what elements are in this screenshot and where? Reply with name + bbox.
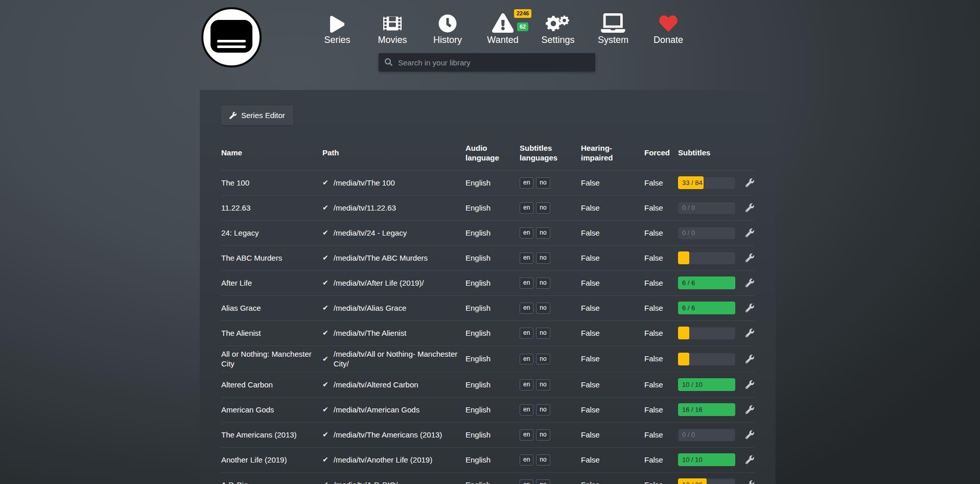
series-name-link[interactable]: American Gods (221, 405, 322, 415)
language-badge: no (536, 404, 550, 415)
language-badge: en (520, 379, 533, 390)
wrench-icon[interactable] (745, 178, 754, 187)
series-path-text: /media/tv/24 - Legacy (334, 228, 407, 238)
header-subtitles: Subtitles (678, 148, 744, 158)
series-editor-button[interactable]: Series Editor (221, 105, 293, 125)
series-name-link[interactable]: The Alienist (221, 328, 322, 338)
table-row: The ABC Murders ✔ /media/tv/The ABC Murd… (221, 245, 754, 270)
series-name-link[interactable]: 11.22.63 (221, 203, 322, 213)
check-icon: ✔ (322, 405, 329, 414)
series-path-text: /media/tv/11.22.63 (334, 203, 396, 213)
series-name-link[interactable]: Another Life (2019) (221, 455, 322, 465)
language-badge: en (520, 429, 533, 440)
series-name-link[interactable]: The Americans (2013) (221, 430, 322, 440)
subtitles-languages-badges: enno (520, 252, 581, 263)
check-icon: ✔ (322, 328, 329, 337)
subtitles-languages-badges: enno (520, 277, 581, 288)
series-name-link[interactable]: The 100 (221, 178, 322, 188)
series-path-text: /media/tv/A.P. BIO/ (334, 480, 398, 484)
nav-item-history[interactable]: History (423, 9, 472, 45)
wrench-icon[interactable] (745, 203, 754, 212)
subtitles-languages-badges: enno (520, 327, 581, 338)
language-badge: en (520, 404, 533, 415)
bazarr-logo[interactable] (201, 7, 262, 67)
wrench-icon[interactable] (745, 279, 754, 287)
subtitles-progress-bar: 13 / 26 (678, 478, 735, 484)
subtitles-languages-badges: enno (520, 429, 581, 440)
wrench-icon[interactable] (745, 405, 754, 414)
series-path: ✔ /media/tv/All or Nothing- Manchester C… (322, 349, 465, 369)
search-input[interactable] (397, 53, 591, 72)
hearing-impaired-value: False (581, 253, 644, 263)
series-name-link[interactable]: 24: Legacy (221, 228, 322, 238)
forced-value: False (644, 480, 678, 484)
subtitles-languages-badges: enno (520, 454, 581, 465)
nav-item-wanted[interactable]: 2246 62 Wanted (478, 9, 527, 45)
series-name-link[interactable]: The ABC Murders (221, 253, 322, 263)
wrench-icon[interactable] (745, 253, 754, 262)
check-icon: ✔ (322, 354, 329, 363)
hearing-impaired-value: False (581, 303, 644, 313)
header-audio-language: Audio language (465, 144, 520, 163)
series-path: ✔ /media/tv/Altered Carbon (322, 380, 465, 390)
series-name-link[interactable]: All or Nothing: Manchester City (221, 349, 322, 369)
audio-language-value: English (465, 455, 520, 465)
main-nav: Series Movies History 2246 62 (313, 9, 693, 45)
subtitles-progress-bar: 10 / 10 (678, 453, 735, 466)
nav-item-system[interactable]: System (589, 9, 638, 45)
check-icon: ✔ (322, 480, 329, 484)
series-path-text: /media/tv/The 100 (334, 178, 395, 188)
wrench-icon[interactable] (745, 329, 754, 337)
series-path-text: /media/tv/The Alienist (334, 328, 407, 338)
nav-label-movies: Movies (368, 35, 417, 45)
language-badge: en (520, 479, 533, 484)
series-name-link[interactable]: After Life (221, 278, 322, 288)
progress-label: 13 / 26 (682, 480, 703, 484)
subtitles-progress-bar (678, 353, 735, 365)
language-badge: no (536, 227, 550, 238)
language-badge: no (536, 328, 550, 338)
content-panel: Series Editor Name Path Audio language S… (200, 90, 776, 484)
forced-value: False (644, 328, 678, 338)
nav-item-series[interactable]: Series (313, 9, 362, 45)
series-path: ✔ /media/tv/Alias Grace (322, 303, 465, 313)
series-path-text: /media/tv/Another Life (2019) (334, 455, 432, 465)
hearing-impaired-value: False (581, 455, 644, 465)
subtitles-languages-badges: enno (520, 177, 581, 188)
subtitles-progress-cell: 13 / 26 (678, 478, 744, 484)
wrench-icon[interactable] (745, 480, 754, 484)
check-icon: ✔ (322, 278, 329, 287)
audio-language-value: English (465, 203, 520, 213)
subtitles-progress-bar: 10 / 10 (678, 378, 735, 391)
forced-value: False (644, 303, 678, 313)
series-name-link[interactable]: A.P. Bio (221, 480, 322, 484)
wrench-icon[interactable] (745, 430, 754, 439)
audio-language-value: English (465, 178, 520, 188)
series-name-link[interactable]: Alias Grace (221, 303, 322, 313)
search-bar (379, 53, 595, 72)
series-path: ✔ /media/tv/Another Life (2019) (322, 455, 465, 465)
subtitles-progress-cell: 16 / 16 (678, 403, 744, 416)
wrench-icon[interactable] (745, 455, 754, 464)
subtitles-languages-badges: enno (520, 227, 581, 238)
language-badge: no (536, 429, 550, 440)
wrench-icon[interactable] (745, 355, 754, 363)
forced-value: False (644, 178, 678, 188)
hearing-impaired-value: False (581, 354, 644, 364)
table-row: The 100 ✔ /media/tv/The 100 English enno… (221, 170, 754, 195)
wrench-icon[interactable] (745, 228, 754, 237)
nav-item-movies[interactable]: Movies (368, 9, 417, 45)
language-badge: en (520, 454, 533, 465)
forced-value: False (644, 354, 678, 364)
wrench-icon[interactable] (745, 380, 754, 389)
wrench-icon[interactable] (745, 304, 754, 312)
series-path: ✔ /media/tv/The Alienist (322, 328, 465, 338)
forced-value: False (644, 228, 678, 238)
nav-item-settings[interactable]: Settings (533, 9, 582, 45)
audio-language-value: English (465, 430, 520, 440)
nav-item-donate[interactable]: Donate (644, 9, 693, 45)
series-name-link[interactable]: Altered Carbon (221, 380, 322, 390)
progress-label: 0 / 0 (682, 430, 695, 439)
subtitles-progress-bar: 0 / 0 (678, 428, 735, 441)
language-badge: no (536, 202, 550, 213)
